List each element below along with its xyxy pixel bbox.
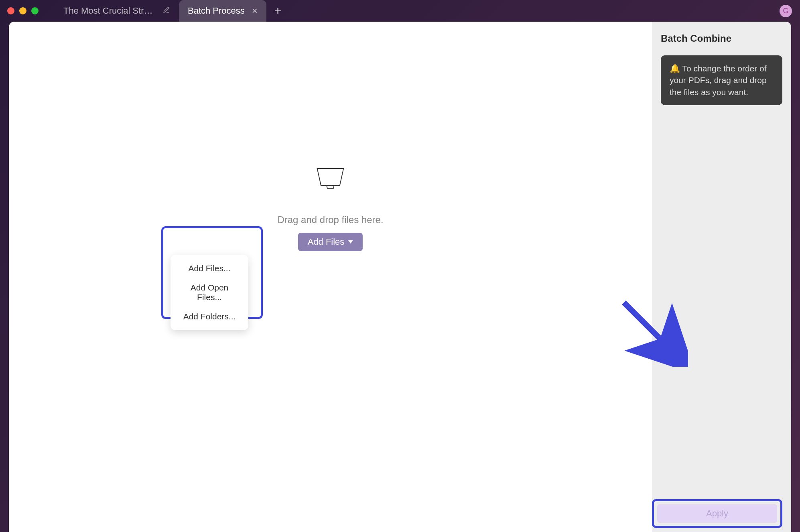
tab-title: Batch Process <box>188 6 245 16</box>
edit-icon[interactable] <box>163 6 170 16</box>
add-files-button[interactable]: Add Files <box>298 233 363 251</box>
minimize-window-button[interactable] <box>19 7 26 14</box>
dropdown-item-add-open-files[interactable]: Add Open Files... <box>171 278 248 307</box>
maximize-window-button[interactable] <box>31 7 39 14</box>
dropdown-item-add-files[interactable]: Add Files... <box>171 259 248 278</box>
titlebar: The Most Crucial Strategy Batch Process … <box>0 0 800 22</box>
close-icon[interactable]: × <box>252 5 258 16</box>
annotation-highlight-apply: Apply <box>652 499 782 528</box>
drop-zone[interactable]: Drag and drop files here. Add Files <box>277 166 383 251</box>
new-tab-button[interactable]: + <box>266 0 290 22</box>
close-window-button[interactable] <box>7 7 14 14</box>
dropdown-item-add-folders[interactable]: Add Folders... <box>171 307 248 326</box>
tab-batch-process[interactable]: Batch Process × <box>179 0 266 22</box>
side-panel-title: Batch Combine <box>661 33 782 44</box>
tab-document[interactable]: The Most Crucial Strategy <box>55 0 179 22</box>
app-window: The Most Crucial Strategy Batch Process … <box>0 0 800 532</box>
tabs-bar: The Most Crucial Strategy Batch Process … <box>55 0 289 22</box>
avatar-initial: G <box>783 7 788 15</box>
apply-button[interactable]: Apply <box>657 504 777 523</box>
add-files-label: Add Files <box>308 237 345 247</box>
add-files-dropdown: Add Files... Add Open Files... Add Folde… <box>171 255 248 330</box>
drop-zone-text: Drag and drop files here. <box>277 214 383 225</box>
caret-down-icon <box>348 240 353 244</box>
main-panel: Drag and drop files here. Add Files Add … <box>9 22 652 532</box>
window-controls <box>7 7 39 14</box>
info-box: 🔔 To change the order of your PDFs, drag… <box>661 55 782 105</box>
avatar[interactable]: G <box>780 5 792 17</box>
side-panel: Batch Combine 🔔 To change the order of y… <box>652 22 791 532</box>
inbox-icon <box>315 166 345 194</box>
content-area: Drag and drop files here. Add Files Add … <box>9 22 791 532</box>
tab-title: The Most Crucial Strategy <box>63 6 156 16</box>
apply-container: Apply <box>652 499 782 528</box>
